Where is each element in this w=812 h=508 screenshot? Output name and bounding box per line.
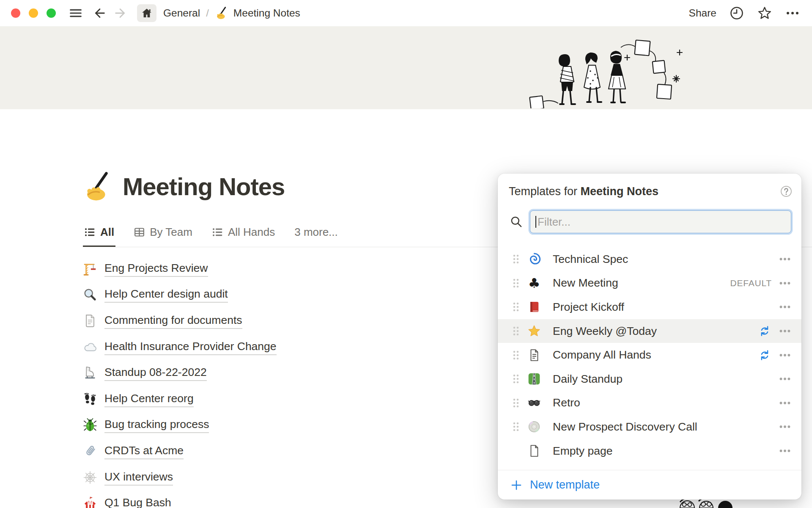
templates-title-prefix: Templates for	[509, 185, 577, 198]
template-menu-button[interactable]	[778, 300, 792, 314]
star-outline-icon	[757, 6, 772, 21]
template-list: Technical Spec♣New MeetingDEFAULTProject…	[498, 247, 801, 463]
page-link[interactable]: Bug tracking process	[104, 417, 209, 433]
template-label: Retro	[553, 396, 778, 409]
breadcrumb-workspace[interactable]: General	[163, 7, 200, 19]
drag-handle-icon[interactable]	[512, 301, 520, 313]
tab-3-more-[interactable]: 3 more...	[293, 218, 339, 247]
cyclone-icon	[527, 252, 541, 266]
template-menu-button[interactable]	[778, 420, 792, 434]
page-link[interactable]: Commenting for documents	[104, 313, 242, 329]
star-filled-icon	[527, 324, 541, 338]
sidebar-toggle-button[interactable]	[69, 6, 83, 20]
glasses-icon	[527, 396, 541, 410]
magnifier-icon	[83, 287, 97, 302]
question-circle-icon	[779, 185, 793, 198]
page-link[interactable]: Health Insurance Provider Change	[104, 339, 277, 355]
drag-handle-icon[interactable]	[512, 325, 520, 337]
template-row[interactable]: Retro	[498, 391, 801, 415]
tab-all[interactable]: All	[83, 218, 115, 247]
ellipsis-icon	[785, 6, 800, 21]
template-row[interactable]: Company All Hands	[498, 343, 801, 367]
window-controls	[11, 8, 56, 18]
favorite-button[interactable]	[757, 6, 772, 21]
breadcrumb: General / Meeting Notes	[163, 6, 300, 20]
page-link[interactable]: Standup 08-22-2022	[104, 365, 207, 381]
template-menu-button[interactable]	[778, 396, 792, 410]
template-row[interactable]: New Prospect Discovery Call	[498, 415, 801, 439]
crane-icon	[83, 262, 97, 276]
new-template-button[interactable]: New template	[510, 478, 600, 491]
template-row[interactable]: Project Kickoff	[498, 295, 801, 319]
template-row[interactable]: Empty page	[498, 439, 801, 463]
template-row[interactable]: ♣New MeetingDEFAULT	[498, 271, 801, 295]
template-label: Empty page	[553, 444, 778, 458]
page-list-item[interactable]: Standup 08-22-2022	[83, 360, 404, 386]
arrow-right-icon	[113, 6, 128, 20]
page-list-item[interactable]: UX interviews	[83, 464, 404, 491]
template-menu-button[interactable]	[778, 276, 792, 290]
drag-handle-icon[interactable]	[512, 421, 520, 433]
drag-handle-icon[interactable]	[512, 253, 520, 265]
template-menu-button[interactable]	[778, 324, 792, 338]
page-title[interactable]: Meeting Notes	[123, 171, 285, 202]
history-button[interactable]	[729, 6, 744, 21]
table-glyph-icon	[134, 226, 145, 238]
breadcrumb-page[interactable]: Meeting Notes	[215, 6, 300, 20]
back-button[interactable]	[92, 6, 107, 20]
page-list: Eng Projects ReviewHelp Center design au…	[83, 256, 404, 508]
page-list-item[interactable]: Bug tracking process	[83, 412, 404, 439]
template-row[interactable]: Daily Standup	[498, 367, 801, 391]
template-menu-button[interactable]	[778, 444, 792, 458]
page-link[interactable]: Eng Projects Review	[104, 261, 208, 277]
template-filter-row	[498, 210, 801, 233]
drag-handle-icon[interactable]	[512, 277, 520, 289]
text-caret	[535, 216, 536, 228]
template-label: New Meeting	[553, 276, 730, 290]
help-button[interactable]	[779, 185, 793, 198]
template-row[interactable]: Eng Weekly @Today	[498, 319, 801, 343]
page-cover	[0, 26, 812, 109]
page-link[interactable]: Help Center reorg	[104, 391, 194, 407]
home-icon	[141, 7, 153, 19]
club-icon: ♣	[527, 276, 541, 290]
page-list-item[interactable]: Eng Projects Review	[83, 256, 404, 282]
page-list-item[interactable]: Health Insurance Provider Change	[83, 334, 404, 360]
drag-handle-icon[interactable]	[512, 397, 520, 409]
page-list-item[interactable]: Help Center reorg	[83, 386, 404, 412]
template-row[interactable]: Technical Spec	[498, 247, 801, 271]
forward-button[interactable]	[113, 6, 128, 20]
page-link[interactable]: CRDTs at Acme	[104, 443, 184, 459]
share-button[interactable]: Share	[689, 7, 716, 19]
template-menu-button[interactable]	[778, 372, 792, 386]
close-window-button[interactable]	[11, 8, 20, 18]
template-menu-button[interactable]	[778, 348, 792, 362]
footprints-icon	[83, 392, 97, 406]
maximize-window-button[interactable]	[47, 8, 56, 18]
cd-icon	[527, 420, 541, 433]
drag-handle-icon[interactable]	[512, 373, 520, 385]
list-glyph-icon	[84, 226, 96, 238]
page-list-item[interactable]: Q1 Bug Bash	[83, 490, 404, 508]
template-filter-input[interactable]	[530, 210, 791, 233]
template-label: Daily Standup	[553, 373, 778, 386]
page-link[interactable]: UX interviews	[104, 469, 173, 486]
new-template-label: New template	[530, 478, 600, 491]
home-button[interactable]	[137, 4, 156, 22]
page-list-item[interactable]: CRDTs at Acme	[83, 438, 404, 464]
tab-label: All	[100, 226, 114, 239]
cloud-icon	[83, 340, 97, 354]
red-book-icon	[527, 300, 541, 314]
page-link[interactable]: Q1 Bug Bash	[104, 495, 171, 508]
page-list-item[interactable]: Commenting for documents	[83, 308, 404, 334]
tab-by-team[interactable]: By Team	[132, 218, 194, 247]
tab-all-hands[interactable]: All Hands	[211, 218, 276, 247]
page-list-item[interactable]: Help Center design audit	[83, 282, 404, 308]
minimize-window-button[interactable]	[29, 8, 38, 18]
drag-handle-icon[interactable]	[512, 349, 520, 361]
template-menu-button[interactable]	[778, 252, 792, 266]
page-link[interactable]: Help Center design audit	[104, 287, 228, 303]
more-options-button[interactable]	[785, 6, 800, 21]
writing-hand-icon[interactable]	[82, 171, 113, 202]
topbar-actions: Share	[689, 6, 812, 21]
